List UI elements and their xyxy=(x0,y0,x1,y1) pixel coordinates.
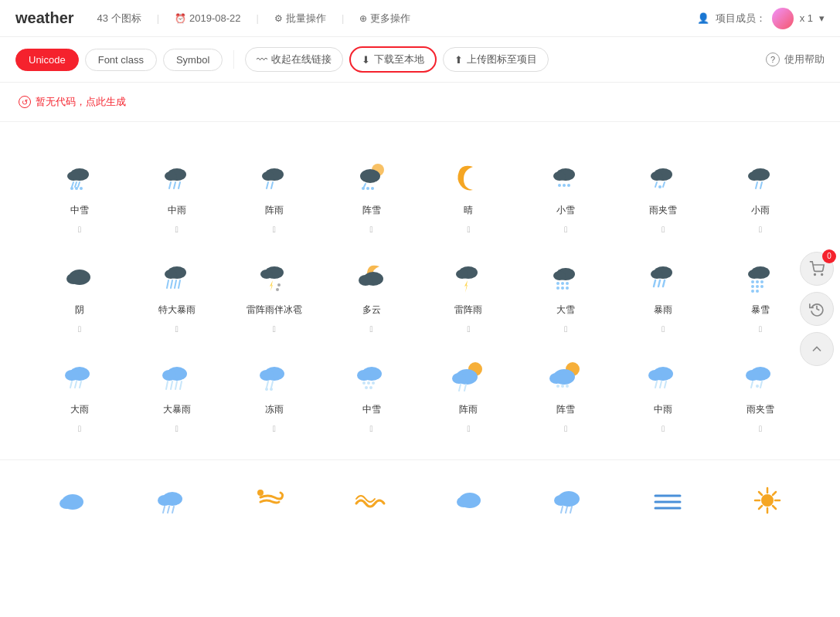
icon-cell[interactable]: 中雪  xyxy=(31,145,128,245)
download-label: 下载至本地 xyxy=(374,53,424,66)
icon-cell[interactable]: 雨夹雪  xyxy=(614,145,712,245)
tab-fontclass[interactable]: Font class xyxy=(85,49,157,71)
icon-code:  xyxy=(661,225,665,234)
more-label: 更多操作 xyxy=(370,12,410,25)
bottom-icon-cell[interactable] xyxy=(718,468,817,530)
bottom-weather-icon xyxy=(749,482,786,519)
icon-cell[interactable]: 暴雨  xyxy=(614,245,712,344)
icon-cell[interactable]: 冻雨  xyxy=(226,344,323,444)
history-btn[interactable] xyxy=(800,292,834,326)
bottom-icon-cell[interactable] xyxy=(519,468,618,530)
svg-point-96 xyxy=(357,370,371,381)
icon-cell[interactable]: 雷阵雨  xyxy=(420,245,518,344)
upload-icon-btn[interactable]: ⬆ 上传图标至项目 xyxy=(443,47,549,72)
icon-code:  xyxy=(759,225,762,234)
member-count: x 1 xyxy=(800,12,813,24)
no-code-text: 暂无代码，点此生成 xyxy=(36,95,126,109)
icon-count: 43 个图标 xyxy=(97,12,141,25)
svg-point-150 xyxy=(814,273,816,275)
svg-point-40 xyxy=(165,270,177,279)
icon-cell[interactable]: 大雨  xyxy=(31,344,128,444)
collect-online-link-btn[interactable]: 〰 收起在线链接 xyxy=(245,47,343,72)
icon-code:  xyxy=(564,424,567,433)
icon-cell[interactable]: 多云  xyxy=(323,245,420,344)
separator3: | xyxy=(342,12,344,24)
bottom-weather-icon xyxy=(54,482,91,519)
svg-point-84 xyxy=(162,370,176,381)
svg-line-11 xyxy=(174,182,175,188)
svg-marker-54 xyxy=(464,280,468,293)
svg-point-9 xyxy=(165,171,177,181)
svg-line-146 xyxy=(759,492,762,495)
svg-point-112 xyxy=(566,385,569,388)
icon-code:  xyxy=(175,324,179,334)
svg-line-115 xyxy=(655,381,657,388)
icon-label: 大雪 xyxy=(556,303,575,317)
bottom-icon-cell[interactable] xyxy=(618,468,717,530)
svg-line-66 xyxy=(658,280,660,286)
dropdown-icon[interactable]: ▾ xyxy=(819,12,825,24)
upload-label: 上传图标至项目 xyxy=(467,53,537,66)
weather-icon xyxy=(61,358,98,395)
icon-cell[interactable]: 大暴雨  xyxy=(128,344,226,444)
icon-cell[interactable]: 阴  xyxy=(31,245,128,344)
tab-symbol[interactable]: Symbol xyxy=(163,49,223,71)
icon-cell[interactable]: 中雨  xyxy=(128,145,226,245)
icon-cell[interactable]: 阵雪  xyxy=(517,344,614,444)
member-icon: 👤 xyxy=(697,12,709,24)
icon-cell[interactable]: 中雨  xyxy=(614,344,712,444)
bottom-icon-cell[interactable] xyxy=(420,468,519,530)
svg-line-35 xyxy=(756,182,757,188)
svg-point-124 xyxy=(60,498,73,509)
svg-line-44 xyxy=(179,280,180,288)
svg-point-141 xyxy=(761,494,774,507)
svg-line-3 xyxy=(75,182,77,187)
svg-point-18 xyxy=(360,169,380,183)
icon-grid-container: 中雪  中雨  阵雨  阵雪  晴  小雪  雨夹雪  小雨  … xyxy=(0,122,840,459)
separator2: | xyxy=(257,12,259,24)
batch-label: 批量操作 xyxy=(286,12,326,25)
download-local-btn[interactable]: ⬇ 下载至本地 xyxy=(349,46,437,73)
tab-unicode[interactable]: Unicode xyxy=(15,49,79,71)
weather-icon xyxy=(256,159,293,196)
no-code-notice[interactable]: ↺ 暂无代码，点此生成 xyxy=(0,83,840,122)
svg-line-30 xyxy=(655,182,657,187)
icon-cell[interactable]: 特大暴雨  xyxy=(128,245,226,344)
icon-cell[interactable]: 晴  xyxy=(420,145,518,245)
more-operation-btn[interactable]: ⊕ 更多操作 xyxy=(359,12,410,25)
svg-line-85 xyxy=(166,381,168,389)
member-label: 项目成员： xyxy=(716,12,766,25)
bottom-icon-cell[interactable] xyxy=(23,468,122,530)
bottom-icon-cell[interactable] xyxy=(122,468,221,530)
help-btn[interactable]: ? 使用帮助 xyxy=(766,53,825,66)
svg-point-99 xyxy=(372,381,375,385)
icon-cell[interactable]: 雷阵雨伴冰雹  xyxy=(226,245,323,344)
icon-code:  xyxy=(467,424,470,433)
svg-marker-47 xyxy=(270,280,273,291)
svg-point-90 xyxy=(260,370,274,381)
bottom-icon-cell[interactable] xyxy=(222,468,321,530)
bottom-weather-icon xyxy=(649,482,686,519)
icon-code:  xyxy=(370,225,373,234)
svg-line-15 xyxy=(267,182,268,188)
svg-line-67 xyxy=(663,280,665,286)
icon-cell[interactable]: 小雨  xyxy=(712,145,809,245)
bottom-icon-cell[interactable] xyxy=(321,468,420,530)
download-icon: ⬇ xyxy=(362,54,370,66)
svg-line-87 xyxy=(175,381,177,389)
icon-label: 大暴雨 xyxy=(163,403,191,416)
svg-line-10 xyxy=(169,182,171,188)
svg-line-116 xyxy=(660,381,661,388)
icon-cell[interactable]: 大雪  xyxy=(517,245,614,344)
batch-operation-btn[interactable]: ⚙ 批量操作 xyxy=(274,12,326,25)
weather-icon xyxy=(644,358,682,395)
icon-cell[interactable]: 阵雪  xyxy=(323,145,420,245)
icon-cell[interactable]: 阵雨  xyxy=(420,344,518,444)
cart-btn[interactable]: 0 xyxy=(800,252,834,286)
back-to-top-btn[interactable] xyxy=(800,332,834,366)
icon-cell[interactable]: 中雪  xyxy=(323,344,420,444)
icon-cell[interactable]: 阵雨  xyxy=(226,145,323,245)
icon-label: 特大暴雨 xyxy=(158,303,196,317)
icon-cell[interactable]: 小雪  xyxy=(517,145,614,245)
svg-point-20 xyxy=(362,187,365,190)
